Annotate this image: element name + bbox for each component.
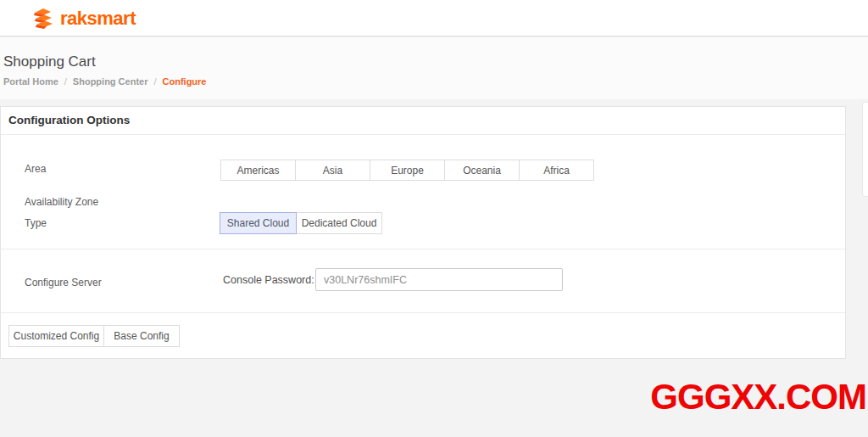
raksmart-brand-link[interactable]: raksmart [31, 6, 136, 31]
config-tabs: Customized Config Base Config [8, 325, 180, 347]
console-password-label: Console Password: [223, 274, 314, 286]
section-divider [1, 312, 845, 313]
configure-server-label: Configure Server [25, 277, 102, 289]
breadcrumb-separator: / [153, 76, 156, 87]
summary-card-cutoff [862, 102, 868, 197]
breadcrumb-portal-home[interactable]: Portal Home [3, 76, 58, 87]
raksmart-logo-icon [31, 7, 54, 31]
availability-zone-label: Availability Zone [25, 196, 98, 208]
area-label: Area [25, 163, 46, 175]
area-option-americas[interactable]: Americas [220, 160, 296, 181]
page-header-band [0, 37, 868, 99]
tab-base-config[interactable]: Base Config [103, 325, 180, 347]
area-options-group: Americas Asia Europe Oceania Africa [220, 160, 594, 181]
breadcrumb: Portal Home / Shopping Center / Configur… [3, 76, 206, 87]
type-options-group: Shared Cloud Dedicated Cloud [220, 212, 382, 234]
panel-title: Configuration Options [1, 107, 845, 135]
page-title: Shopping Cart [3, 53, 96, 70]
top-bar: raksmart [0, 0, 868, 36]
breadcrumb-configure: Configure [163, 76, 207, 87]
area-option-europe[interactable]: Europe [370, 160, 445, 181]
configuration-options-panel: Configuration Options Area Americas Asia… [0, 106, 846, 359]
brand-wordmark: raksmart [60, 8, 136, 30]
area-option-asia[interactable]: Asia [295, 160, 370, 181]
watermark-text: GGGXX.COM [650, 377, 866, 417]
breadcrumb-separator: / [64, 76, 67, 87]
area-option-africa[interactable]: Africa [519, 160, 594, 181]
type-label: Type [25, 217, 47, 229]
console-password-input[interactable] [315, 268, 563, 291]
type-option-dedicated-cloud[interactable]: Dedicated Cloud [296, 212, 382, 234]
section-divider [1, 249, 845, 249]
area-option-oceania[interactable]: Oceania [444, 160, 520, 181]
tab-customized-config[interactable]: Customized Config [8, 325, 104, 347]
type-option-shared-cloud[interactable]: Shared Cloud [220, 212, 297, 234]
breadcrumb-shopping-center[interactable]: Shopping Center [73, 76, 148, 87]
